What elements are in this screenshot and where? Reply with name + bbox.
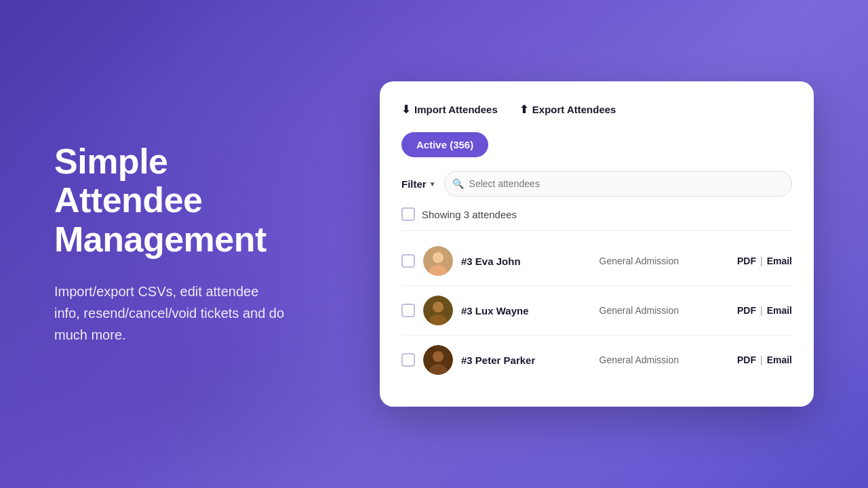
svg-point-4 [433,302,443,312]
table-row: #3 Eva John General Admission PDF | Emai… [401,237,792,286]
attendee-name-3: #3 Peter Parker [461,354,591,366]
left-panel: Simple Attendee Management Import/export… [0,102,326,386]
attendee-card: ⬇ Import Attendees ⬆ Export Attendees Ac… [380,81,814,407]
showing-text: Showing 3 attendees [422,209,517,220]
avatar-3 [423,345,453,375]
email-button-1[interactable]: Email [767,256,792,266]
separator-3: | [760,354,763,365]
table-row: #3 Peter Parker General Admission PDF | … [401,336,792,384]
showing-row: Showing 3 attendees [401,207,792,231]
export-button[interactable]: ⬆ Export Attendees [519,103,616,116]
table-row: #3 Lux Wayne General Admission PDF | Ema… [401,286,792,336]
export-icon: ⬆ [519,103,528,116]
main-title: Simple Attendee Management [54,142,285,259]
search-icon: 🔍 [452,178,464,189]
import-button[interactable]: ⬇ Import Attendees [401,103,498,116]
attendee-checkbox-2[interactable] [401,304,415,317]
filter-row: Filter ▼ 🔍 [401,171,792,197]
attendee-name-1: #3 Eva John [461,256,591,267]
subtitle: Import/export CSVs, edit attendee info, … [54,281,285,346]
filter-button[interactable]: Filter ▼ [401,178,436,190]
select-all-checkbox[interactable] [401,207,415,221]
attendee-list: #3 Eva John General Admission PDF | Emai… [401,237,792,384]
attendee-checkbox-1[interactable] [401,254,415,268]
right-panel: ⬇ Import Attendees ⬆ Export Attendees Ac… [326,54,868,434]
actions-3: PDF | Email [737,354,792,365]
actions-2: PDF | Email [737,305,792,316]
active-badge[interactable]: Active (356) [401,132,488,157]
ticket-type-3: General Admission [599,354,730,365]
card-header: ⬇ Import Attendees ⬆ Export Attendees [401,103,792,116]
ticket-type-2: General Admission [599,305,730,316]
email-button-2[interactable]: Email [767,305,792,316]
attendee-checkbox-3[interactable] [401,353,415,367]
actions-1: PDF | Email [737,256,792,266]
separator-2: | [760,305,763,316]
avatar-1 [423,246,453,276]
avatar-2 [423,296,453,325]
pdf-button-3[interactable]: PDF [737,354,756,365]
email-button-3[interactable]: Email [767,354,792,365]
svg-point-1 [433,252,443,263]
import-icon: ⬇ [401,103,410,116]
separator-1: | [760,256,763,266]
pdf-button-1[interactable]: PDF [737,256,756,266]
chevron-down-icon: ▼ [429,180,436,188]
search-wrap: 🔍 [444,171,792,197]
ticket-type-1: General Admission [599,256,730,266]
svg-point-7 [433,351,443,362]
search-input[interactable] [444,171,792,197]
attendee-name-2: #3 Lux Wayne [461,305,591,317]
pdf-button-2[interactable]: PDF [737,305,756,316]
